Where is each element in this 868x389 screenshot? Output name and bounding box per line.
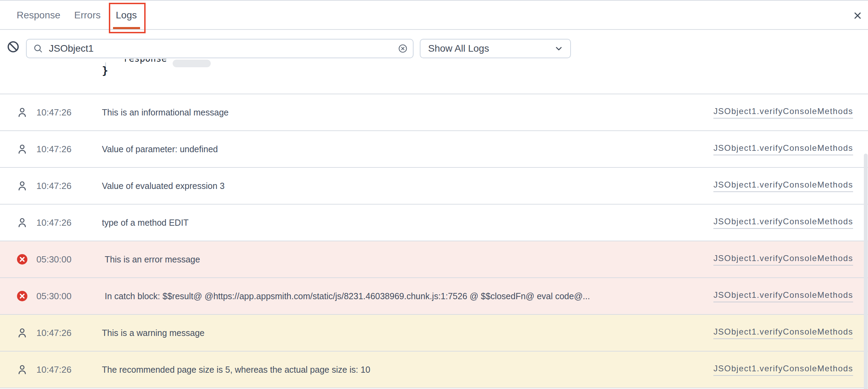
log-message: In catch block: $$result@ @https://app.a… — [105, 291, 703, 301]
tab-response[interactable]: Response — [17, 1, 60, 30]
log-source-link[interactable]: JSObject1.verifyConsoleMethods — [713, 106, 853, 119]
log-message: Value of evaluated expression 3 — [102, 181, 703, 191]
ban-icon — [7, 40, 20, 53]
log-timestamp: 05:30:00 — [36, 254, 90, 265]
log-entry[interactable]: 10:47:26 This is a warning message JSObj… — [0, 314, 868, 351]
error-log-icon — [16, 291, 28, 302]
log-filter-dropdown[interactable]: Show All Logs — [420, 39, 571, 58]
log-search-input[interactable] — [48, 43, 398, 54]
error-log-icon — [16, 254, 28, 265]
log-entry[interactable]: 10:47:26 This is an informational messag… — [0, 94, 868, 130]
user-log-icon — [16, 217, 28, 228]
log-timestamp: 10:47:26 — [36, 144, 90, 155]
log-entry[interactable]: 10:47:26 type of a method EDIT JSObject1… — [0, 204, 868, 241]
close-panel-button[interactable] — [852, 10, 863, 21]
tab-logs[interactable]: Logs — [116, 1, 137, 30]
closing-brace: } — [102, 64, 108, 77]
user-log-icon — [16, 327, 28, 339]
log-entry[interactable]: 10:47:26 Value of parameter: undefined J… — [0, 130, 868, 167]
log-entry[interactable]: 10:47:26 The recommended page size is 5,… — [0, 351, 868, 388]
expanded-log-tree-peek[interactable]: response } — [0, 59, 868, 94]
search-icon — [33, 43, 43, 54]
active-tab-indicator — [113, 27, 140, 29]
log-source-link[interactable]: JSObject1.verifyConsoleMethods — [713, 327, 853, 339]
log-timestamp: 05:30:00 — [36, 291, 90, 302]
log-timestamp: 10:47:26 — [36, 181, 90, 191]
log-source-link[interactable]: JSObject1.verifyConsoleMethods — [713, 253, 853, 266]
log-source-link[interactable]: JSObject1.verifyConsoleMethods — [713, 180, 853, 192]
log-timestamp: 10:47:26 — [36, 217, 90, 228]
log-source-link[interactable]: JSObject1.verifyConsoleMethods — [713, 143, 853, 155]
clear-search-icon[interactable] — [398, 43, 408, 54]
vertical-scrollbar-thumb[interactable] — [864, 154, 868, 389]
log-message: This is an informational message — [102, 107, 703, 118]
log-list: 10:47:26 This is an informational messag… — [0, 94, 868, 389]
user-log-icon — [16, 143, 28, 155]
close-icon — [852, 10, 863, 21]
log-entry[interactable]: 05:30:00 In catch block: $$result@ @http… — [0, 277, 868, 314]
debugger-panel: Response Errors Logs — [0, 0, 868, 389]
log-message: type of a method EDIT — [102, 218, 703, 228]
log-timestamp: 10:47:26 — [36, 328, 90, 338]
tree-value-pill — [173, 60, 211, 67]
user-log-icon — [16, 364, 28, 375]
log-filter-selected-value: Show All Logs — [428, 43, 554, 54]
log-message: This is an error message — [105, 254, 703, 265]
tab-errors[interactable]: Errors — [74, 1, 101, 30]
log-message: Value of parameter: undefined — [102, 144, 703, 154]
logs-filter-row: Show All Logs — [0, 31, 868, 59]
chevron-down-icon — [554, 43, 564, 54]
log-message: The recommended page size is 5, whereas … — [102, 365, 703, 375]
log-source-link[interactable]: JSObject1.verifyConsoleMethods — [713, 217, 853, 229]
log-source-link[interactable]: JSObject1.verifyConsoleMethods — [713, 290, 853, 302]
log-entry[interactable]: 05:30:00 This is an error message JSObje… — [0, 241, 868, 277]
log-timestamp: 10:47:26 — [36, 364, 90, 375]
clear-logs-button[interactable] — [7, 40, 20, 53]
log-search-box — [26, 39, 414, 58]
tree-key-label: response — [123, 59, 167, 64]
log-message: This is a warning message — [102, 328, 703, 338]
debugger-tabbar: Response Errors Logs — [0, 0, 868, 30]
user-log-icon — [16, 106, 28, 118]
log-entry[interactable]: 10:47:26 Value of evaluated expression 3… — [0, 167, 868, 204]
user-log-icon — [16, 180, 28, 192]
log-source-link[interactable]: JSObject1.verifyConsoleMethods — [713, 364, 853, 376]
log-timestamp: 10:47:26 — [36, 107, 90, 118]
